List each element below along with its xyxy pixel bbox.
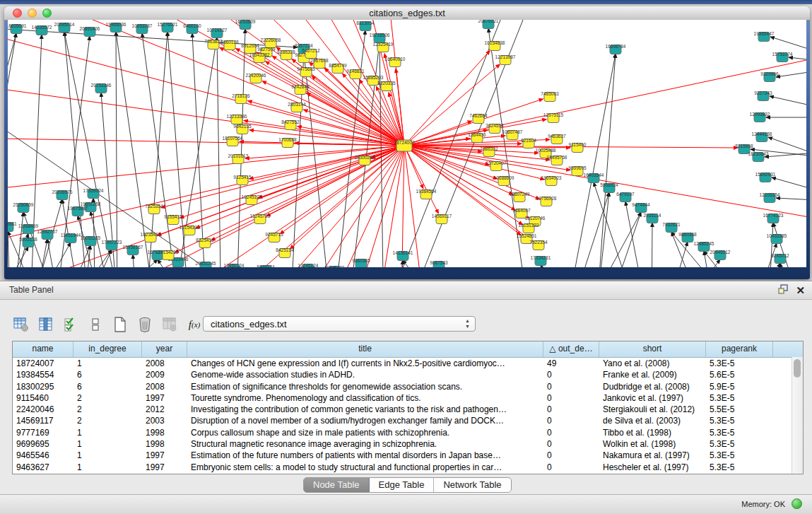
graph-node[interactable]: 8854749 xyxy=(329,63,347,74)
table-row[interactable]: 2242004622012Investigating the contribut… xyxy=(13,404,803,415)
graph-node[interactable]: 16648784 xyxy=(606,44,626,54)
graph-node[interactable]: 19756928 xyxy=(536,196,557,206)
tab-edge-table[interactable]: Edge Table xyxy=(370,478,435,492)
graph-node[interactable]: 10719127 xyxy=(207,28,228,38)
graph-node[interactable]: 9687543 xyxy=(430,260,448,267)
graph-node[interactable]: 12450124 xyxy=(224,263,245,267)
graph-node[interactable]: 19565447 xyxy=(754,31,775,42)
table-row[interactable]: 911546021997Tourette syndrome. Phenomeno… xyxy=(13,392,803,404)
citation-edge-black[interactable] xyxy=(59,250,112,267)
graph-node[interactable]: 10653287 xyxy=(132,23,153,34)
column-header-name[interactable]: name xyxy=(13,341,73,357)
scrollbar-thumb[interactable] xyxy=(794,359,801,378)
graph-node[interactable]: 9245012 xyxy=(771,253,789,264)
delete-table-trash-icon[interactable] xyxy=(136,315,154,334)
citation-edge-black[interactable] xyxy=(768,137,806,163)
table-row[interactable]: 1872400712008Changes of HCN gene express… xyxy=(13,358,803,369)
column-header-pagerank[interactable]: pagerank xyxy=(706,341,773,357)
citation-edge-black[interactable] xyxy=(603,212,641,267)
graph-node[interactable]: 11451944 xyxy=(61,233,81,243)
graph-node[interactable]: 15276021 xyxy=(158,22,178,33)
citation-edge-red[interactable] xyxy=(404,146,529,267)
graph-node[interactable]: 14035572 xyxy=(32,25,52,35)
graph-node[interactable]: 16154838 xyxy=(485,40,505,51)
column-header-title[interactable]: title xyxy=(187,341,543,357)
graph-node[interactable]: 10245124 xyxy=(298,263,319,267)
graph-node[interactable]: 19654923 xyxy=(541,175,562,186)
graph-node[interactable]: 7522354 xyxy=(529,240,548,250)
graph-node[interactable]: 10807487 xyxy=(502,129,523,140)
graph-node[interactable]: 17957223 xyxy=(102,240,122,250)
vertical-scrollbar[interactable] xyxy=(792,357,803,474)
citation-edge-red[interactable] xyxy=(404,20,806,146)
table-row[interactable]: 946362711997Embryonic stem cells: a mode… xyxy=(13,462,803,473)
graph-node[interactable]: 7485063 xyxy=(541,91,559,102)
citation-edge-red[interactable] xyxy=(8,128,404,146)
network-canvas[interactable]: 1660509114035572205950142089140619965036… xyxy=(8,20,806,267)
graph-node[interactable]: 5958924 xyxy=(600,182,618,193)
graph-node[interactable]: 16151322 xyxy=(519,223,539,233)
graph-node[interactable]: 2718126 xyxy=(232,93,250,104)
graph-node[interactable]: 12103354 xyxy=(760,192,780,203)
citation-edge-red[interactable] xyxy=(396,69,404,146)
function-builder-icon[interactable]: f(x) xyxy=(185,315,204,334)
citation-edge-black[interactable] xyxy=(652,223,652,267)
new-table-icon[interactable] xyxy=(111,315,129,334)
graph-node[interactable]: 20153346 xyxy=(91,83,112,93)
graph-node[interactable]: 8186328 xyxy=(277,49,295,60)
graph-node[interactable]: 8325415 xyxy=(196,238,214,248)
graph-hub-node[interactable]: 18724007 xyxy=(394,140,415,151)
graph-node[interactable]: 12444158 xyxy=(752,132,772,142)
graph-node[interactable]: 5905138 xyxy=(19,237,37,247)
graph-node[interactable]: 12093832 xyxy=(750,112,770,122)
graph-node[interactable]: 1364436 xyxy=(468,132,486,143)
graph-node[interactable]: 9146821 xyxy=(346,69,365,79)
citation-edge-black[interactable] xyxy=(236,29,245,267)
graph-node[interactable]: 14569117 xyxy=(432,214,452,224)
graph-node[interactable]: 17334261 xyxy=(531,255,551,266)
citation-edge-black[interactable] xyxy=(671,259,720,267)
graph-node[interactable]: 3913981 xyxy=(8,221,17,232)
graph-node[interactable]: 2803144 xyxy=(288,102,306,112)
graph-node[interactable]: 9227343 xyxy=(754,90,772,101)
graph-node[interactable]: 9642135 xyxy=(233,124,252,134)
graph-node[interactable]: 8945124 xyxy=(257,264,275,267)
graph-node[interactable]: 12942757 xyxy=(37,229,58,240)
graph-node[interactable]: 8427552 xyxy=(281,119,300,130)
graph-node[interactable]: 20851245 xyxy=(196,261,216,267)
row-height-icon[interactable] xyxy=(86,315,105,334)
column-header-out_de[interactable]: △ out_de… xyxy=(543,341,599,357)
graph-node[interactable]: 16774123 xyxy=(763,213,784,223)
graph-node[interactable]: 16210643 xyxy=(748,151,769,162)
graph-node[interactable]: 20595014 xyxy=(54,22,75,33)
graph-node[interactable]: 11245782 xyxy=(324,265,345,267)
table-row[interactable]: 1456911722003Disruption of a novel membe… xyxy=(13,415,803,426)
graph-node[interactable]: 7525354 xyxy=(145,204,163,214)
column-header-short[interactable]: short xyxy=(599,341,706,357)
graph-node[interactable]: 12975115 xyxy=(543,112,564,123)
graph-node[interactable]: 10688609 xyxy=(494,175,514,186)
float-panel-icon[interactable] xyxy=(778,284,789,297)
table-settings-icon[interactable] xyxy=(12,315,30,334)
graph-node[interactable]: 12213987 xyxy=(495,54,516,65)
graph-node[interactable]: 621604 xyxy=(521,138,536,148)
graph-node[interactable]: 6479197 xyxy=(616,192,635,202)
graph-node[interactable]: 14136141 xyxy=(393,250,413,261)
graph-node[interactable]: 12325419 xyxy=(373,42,394,52)
tab-network-table[interactable]: Network Table xyxy=(434,478,510,492)
show-columns-icon[interactable] xyxy=(37,315,55,334)
graph-node[interactable]: 20876521 xyxy=(478,20,499,29)
graph-node[interactable]: 7986322 xyxy=(480,146,498,157)
graph-node[interactable]: 9125415 xyxy=(233,175,252,185)
graph-node[interactable]: 3624554 xyxy=(486,123,504,134)
close-panel-icon[interactable]: ✕ xyxy=(796,285,805,296)
graph-node[interactable]: 15720407 xyxy=(486,160,507,171)
citation-edge-red[interactable] xyxy=(384,54,404,146)
graph-node[interactable]: 16605091 xyxy=(8,23,27,34)
table-row[interactable]: 946554611997Estimation of the future num… xyxy=(13,450,803,461)
table-row[interactable]: 1938455462009Genome-wide association stu… xyxy=(13,369,803,380)
graph-node[interactable]: 9115460 xyxy=(569,142,587,153)
graph-node[interactable]: 19965036 xyxy=(106,22,126,33)
citation-edge-red[interactable] xyxy=(404,146,806,267)
citation-edge-black[interactable] xyxy=(87,259,158,267)
